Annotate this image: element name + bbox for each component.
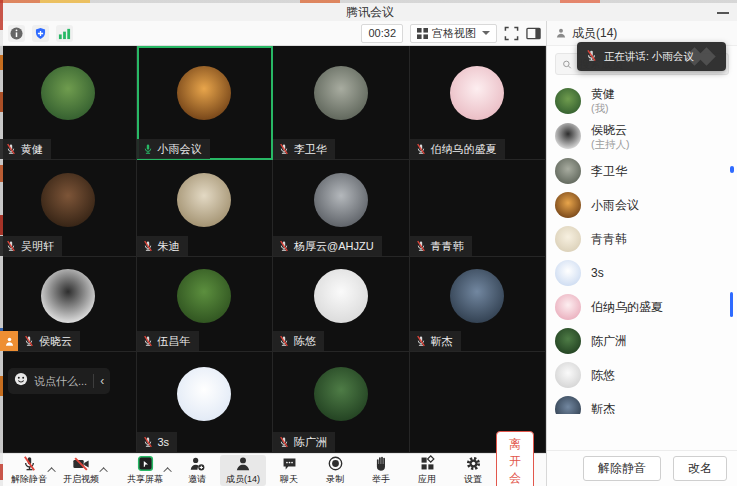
tile-name-row: 青青韩 (410, 236, 472, 256)
member-list-item[interactable]: 陈悠 (547, 358, 737, 392)
unmute-button[interactable]: 解除静音 (6, 455, 52, 486)
video-tile[interactable]: 伯纳乌的盛夏 (410, 46, 547, 160)
member-name-block: 青青韩 (591, 232, 627, 247)
invite-icon (188, 456, 206, 472)
member-list-item[interactable]: 陈广洲 (547, 324, 737, 358)
member-name: 青青韩 (591, 232, 627, 247)
participant-avatar (41, 173, 95, 227)
camera-off-icon (72, 456, 90, 472)
emoji-smiley-icon[interactable] (14, 372, 28, 390)
member-avatar (555, 123, 581, 149)
tile-name-chip: 3s (137, 432, 178, 452)
video-tile[interactable]: 伍昌年 (137, 257, 274, 352)
video-tile[interactable]: 黄健 (0, 46, 137, 160)
mic-muted-icon (5, 240, 17, 252)
member-name: 李卫华 (591, 164, 627, 179)
raise-hand-icon (373, 456, 390, 472)
member-icon (555, 27, 567, 39)
collapse-chat-icon[interactable]: ‹ (100, 375, 104, 387)
toolbar-items: 解除静音开启视频共享屏幕邀请成员(14)聊天录制举手应用设置 (6, 455, 496, 486)
raise-hand-button[interactable]: 举手 (358, 455, 404, 486)
meeting-info-icon[interactable] (8, 25, 25, 42)
start-video-button[interactable]: 开启视频 (58, 455, 104, 486)
video-tile[interactable]: 侯晓云 (0, 257, 137, 352)
security-shield-icon[interactable] (32, 25, 49, 42)
member-list-item[interactable]: 靳杰 (547, 392, 737, 414)
video-tile[interactable]: 朱迪 (137, 160, 274, 257)
speaking-toast: 正在讲话: 小雨会议 (577, 42, 726, 71)
leave-meeting-button[interactable]: 离开会议 (496, 431, 534, 486)
tile-name-row: 3s (137, 432, 178, 452)
divider (93, 374, 94, 388)
participant-avatar (177, 367, 231, 421)
toolbar-item-label: 成员(14) (226, 473, 260, 486)
unmute-button[interactable]: 解除静音 (583, 456, 661, 481)
chat-input-placeholder[interactable]: 说点什么... (34, 374, 87, 389)
participant-avatar (314, 66, 368, 120)
tile-name-row: 黄健 (0, 139, 51, 159)
record-button[interactable]: 录制 (312, 455, 358, 486)
member-list-item[interactable]: 侯晓云(主持人) (547, 119, 737, 155)
tile-name-chip: 小雨会议 (137, 139, 210, 159)
mic-muted-icon (142, 240, 154, 252)
participant-name: 伯纳乌的盛夏 (431, 142, 497, 157)
participant-name: 伍昌年 (158, 334, 191, 349)
video-tile[interactable]: 杨厚云@AHJZU (273, 160, 410, 257)
chat-button[interactable]: 聊天 (266, 455, 312, 486)
participant-name: 青青韩 (431, 239, 464, 254)
minimize-button[interactable] (717, 12, 729, 14)
fullscreen-icon[interactable] (504, 26, 519, 41)
participant-avatar (177, 66, 231, 120)
apps-button[interactable]: 应用 (404, 455, 450, 486)
mic-muted-icon (23, 335, 35, 347)
quick-chat-bar[interactable]: 说点什么... ‹ (8, 368, 110, 394)
invite-button[interactable]: 邀请 (174, 455, 220, 486)
member-list-item[interactable]: 伯纳乌的盛夏 (547, 290, 737, 324)
member-list-item[interactable]: 小雨会议 (547, 188, 737, 222)
member-list-item[interactable]: 青青韩 (547, 222, 737, 256)
side-panel-toggle-icon[interactable] (526, 26, 541, 41)
member-name-block: 李卫华 (591, 164, 627, 179)
tile-name-chip: 朱迪 (137, 236, 188, 256)
network-signal-icon[interactable] (56, 25, 73, 42)
view-mode-selector[interactable]: 宫格视图 (410, 24, 497, 43)
member-avatar (555, 88, 581, 114)
video-tile[interactable]: 吴明轩 (0, 160, 137, 257)
toolbar-item-label: 邀请 (188, 473, 206, 486)
share-screen-button[interactable]: 共享屏幕 (122, 455, 168, 486)
member-name-block: 侯晓云(主持人) (591, 123, 630, 151)
member-list-item[interactable]: 黄健(我) (547, 83, 737, 119)
titlebar[interactable]: 腾讯会议 (3, 3, 737, 21)
toolbar-item-label: 共享屏幕 (127, 473, 163, 486)
tile-name-chip: 靳杰 (410, 331, 461, 351)
tile-name-chip: 杨厚云@AHJZU (273, 236, 382, 256)
video-tile[interactable]: 李卫华 (273, 46, 410, 160)
participant-avatar (177, 269, 231, 323)
video-tile[interactable]: 3s (137, 352, 274, 453)
meeting-logo-watermark (686, 47, 720, 66)
member-list: 黄健(我)侯晓云(主持人)李卫华小雨会议青青韩3s伯纳乌的盛夏陈广洲陈悠靳杰伍昌… (547, 81, 737, 414)
member-list-item[interactable]: 3s (547, 256, 737, 290)
participant-name: 吴明轩 (21, 239, 54, 254)
member-avatar (555, 396, 581, 414)
mic-muted-icon (142, 436, 154, 448)
member-avatar (555, 260, 581, 286)
scrollbar-thumb[interactable] (730, 292, 733, 317)
video-tile[interactable]: 靳杰 (410, 257, 547, 352)
video-tile[interactable]: 小雨会议 (137, 46, 274, 160)
video-tile[interactable]: 陈悠 (273, 257, 410, 352)
participant-name: 3s (158, 436, 170, 448)
members-button[interactable]: 成员(14) (220, 455, 266, 486)
tile-name-row: 伯纳乌的盛夏 (410, 139, 505, 159)
video-tile[interactable]: 青青韩 (410, 160, 547, 257)
participant-name: 李卫华 (294, 142, 327, 157)
rename-button[interactable]: 改名 (673, 456, 727, 481)
settings-button[interactable]: 设置 (450, 455, 496, 486)
toolbar-item-label: 解除静音 (11, 473, 47, 486)
video-tile[interactable]: 陈广洲 (273, 352, 410, 453)
meeting-header: 00:32 宫格视图 (0, 21, 546, 46)
scrollbar-indicator[interactable] (730, 166, 734, 173)
member-avatar (555, 294, 581, 320)
member-avatar (555, 226, 581, 252)
member-list-item[interactable]: 李卫华 (547, 154, 737, 188)
